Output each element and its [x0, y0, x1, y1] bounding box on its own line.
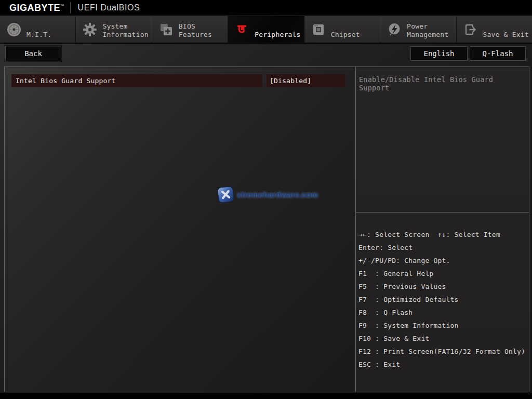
setting-value-intel-bios-guard[interactable]: [Disabled]	[267, 74, 345, 87]
save-exit-icon	[463, 22, 478, 37]
tab-label: M.I.T.	[26, 31, 75, 43]
titlebar-divider	[70, 2, 71, 14]
key-legend: →←: Select Screen ↑↓: Select Item Enter:…	[356, 212, 529, 392]
tab-bios-features[interactable]: BIOS Features	[152, 16, 228, 43]
key-legend-line: ESC : Exit	[358, 358, 526, 371]
language-button[interactable]: English	[410, 46, 468, 61]
back-button[interactable]: Back	[5, 46, 61, 61]
key-legend-line: →←: Select Screen ↑↓: Select Item	[358, 228, 526, 241]
gigabyte-logo: GIGABYTE™	[9, 3, 65, 14]
system-info-gear-icon	[82, 22, 98, 37]
tab-mit[interactable]: M.I.T.	[0, 16, 76, 43]
chipset-icon	[311, 22, 326, 37]
key-legend-line: F10 : Save & Exit	[358, 332, 526, 345]
tab-system-information[interactable]: System Information	[76, 16, 152, 43]
tab-label: Chipset	[331, 31, 380, 43]
key-legend-line: Enter: Select	[358, 241, 526, 254]
setting-row-intel-bios-guard[interactable]: Intel Bios Guard Support	[11, 74, 262, 87]
titlebar: GIGABYTE™ UEFI DualBIOS	[0, 0, 532, 16]
watermark-text: xtremehardware.com	[237, 190, 318, 199]
key-legend-line: F1 : General Help	[358, 267, 526, 280]
help-panel: Enable/Disable Intel Bios Guard Support …	[355, 67, 529, 392]
tab-power-management[interactable]: Power Management	[380, 16, 456, 43]
tab-peripherals[interactable]: Peripherals	[228, 16, 304, 43]
firmware-title: UEFI DualBIOS	[78, 3, 140, 12]
peripherals-plug-icon	[234, 22, 250, 37]
tab-bar: M.I.T.	[0, 16, 532, 44]
settings-panel: Intel Bios Guard Support [Disabled]	[5, 67, 355, 392]
mit-dial-icon	[6, 22, 22, 37]
key-legend-line: F9 : System Information	[358, 319, 526, 332]
key-legend-line: F12 : Print Screen(FAT16/32 Format Only)	[358, 345, 526, 358]
tab-chipset[interactable]: Chipset	[304, 16, 380, 43]
qflash-button[interactable]: Q-Flash	[470, 46, 526, 61]
watermark: xtremehardware.com	[218, 187, 318, 203]
key-legend-line: F5 : Previous Values	[358, 280, 526, 293]
bios-chip-icon	[158, 22, 174, 37]
tab-label: BIOS Features	[179, 22, 228, 43]
trademark-symbol: ™	[60, 4, 65, 8]
tab-label: System Information	[102, 22, 151, 43]
key-legend-line: F8 : Q-Flash	[358, 306, 526, 319]
item-help-text: Enable/Disable Intel Bios Guard Support	[356, 67, 529, 92]
tab-label: Peripherals	[255, 31, 303, 43]
key-legend-line: +/-/PU/PD: Change Opt.	[358, 254, 526, 267]
key-legend-line: F7 : Optimized Defaults	[358, 293, 526, 306]
content-panels: Intel Bios Guard Support [Disabled]	[4, 66, 529, 392]
tab-save-exit[interactable]: Save & Exit	[457, 16, 532, 43]
tab-label: Power Management	[407, 22, 456, 43]
power-bolt-icon	[387, 22, 402, 37]
tab-label: Save & Exit	[483, 31, 532, 43]
bios-screen: GIGABYTE™ UEFI DualBIOS M.I.T.	[0, 0, 532, 399]
xtremehardware-logo-icon	[217, 185, 234, 203]
